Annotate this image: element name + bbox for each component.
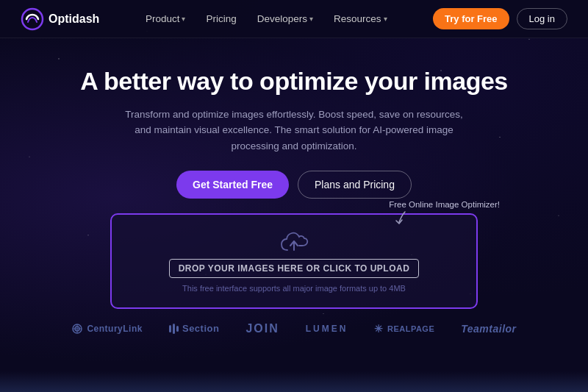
get-started-button[interactable]: Get Started Free (176, 171, 289, 199)
bottom-teaser (0, 371, 588, 392)
nav-item-developers[interactable]: Developers ▾ (257, 13, 313, 24)
brand-lumen: LUMEN (306, 324, 348, 334)
plans-pricing-button[interactable]: Plans and Pricing (298, 171, 412, 199)
section-bars-icon (169, 324, 179, 334)
try-free-button[interactable]: Try for Free (433, 8, 509, 29)
upload-cloud-icon (279, 229, 309, 253)
brand-realpage: ✳ REALPAGE (374, 323, 434, 335)
upload-section: Free Online Image Optimizer! DROP YOUR I… (0, 213, 588, 309)
chevron-down-icon: ▾ (384, 15, 387, 23)
navbar-actions: Try for Free Log in (433, 8, 567, 29)
brand-section: Section (169, 323, 219, 334)
logo-icon (21, 7, 44, 31)
brand-join: JOIN (245, 322, 279, 335)
hero-subtitle: Transform and optimize images effortless… (118, 107, 470, 154)
nav-item-resources[interactable]: Resources ▾ (334, 13, 387, 24)
chevron-down-icon: ▾ (182, 15, 185, 23)
brand-name: Optidash (49, 13, 99, 26)
upload-container: Free Online Image Optimizer! DROP YOUR I… (110, 213, 478, 309)
arrow-icon (389, 209, 411, 225)
realpage-asterisk-icon: ✳ (374, 323, 384, 335)
hero-section: A better way to optimize your images Tra… (0, 38, 588, 199)
svg-point-0 (22, 9, 43, 29)
upload-hint: This free interface supports all major i… (182, 284, 406, 293)
brands-bar: CenturyLink Section JOIN LUMEN ✳ REALPAG… (0, 309, 588, 335)
brand-centurylink: CenturyLink (71, 323, 143, 335)
centurylink-icon (71, 323, 83, 335)
navbar-brand: Optidash (21, 7, 99, 31)
upload-label: DROP YOUR IMAGES HERE OR CLICK TO UPLOAD (169, 259, 420, 278)
hero-title: A better way to optimize your images (15, 66, 573, 96)
chevron-down-icon: ▾ (309, 15, 313, 23)
navbar-nav: Product ▾ Pricing Developers ▾ Resources… (146, 13, 387, 24)
login-button[interactable]: Log in (517, 8, 567, 29)
brand-teamtailor: Teamtailor (461, 323, 516, 335)
free-label-annotation: Free Online Image Optimizer! (389, 200, 500, 225)
navbar: Optidash Product ▾ Pricing Developers ▾ … (0, 0, 588, 38)
free-label-text: Free Online Image Optimizer! (389, 200, 500, 209)
hero-buttons: Get Started Free Plans and Pricing (15, 171, 573, 199)
nav-item-pricing[interactable]: Pricing (206, 13, 236, 24)
upload-dropzone[interactable]: DROP YOUR IMAGES HERE OR CLICK TO UPLOAD… (110, 213, 478, 309)
nav-item-product[interactable]: Product ▾ (146, 13, 186, 24)
